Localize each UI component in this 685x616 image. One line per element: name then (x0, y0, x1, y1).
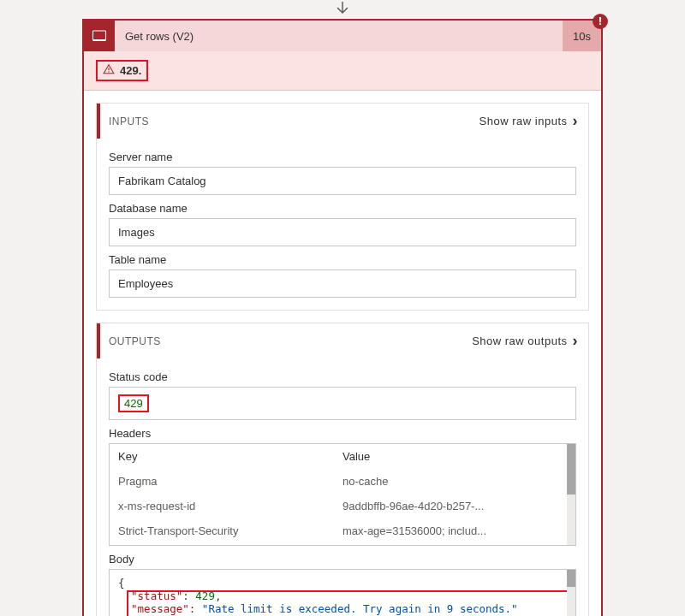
flow-connector-arrow (82, 0, 603, 19)
chevron-right-icon: › (573, 332, 579, 350)
svg-rect-1 (93, 40, 106, 42)
status-code-label: Status code (109, 370, 576, 383)
vertical-scrollbar[interactable] (567, 444, 575, 545)
headers-key-col: Key (118, 450, 342, 463)
error-badge-icon: ! (593, 14, 608, 29)
chevron-right-icon: › (573, 112, 579, 130)
show-raw-inputs-link[interactable]: Show raw inputs › (480, 112, 578, 130)
table-header-row: Key Value (110, 444, 575, 469)
inputs-label: INPUTS (109, 116, 149, 127)
headers-table[interactable]: Key Value Pragmano-cache x-ms-request-id… (109, 443, 576, 546)
headers-value-col: Value (342, 450, 567, 463)
table-row: Pragmano-cache (110, 469, 575, 494)
vertical-scrollbar[interactable] (567, 570, 575, 616)
action-title: Get rows (V2) (115, 21, 563, 51)
outputs-label: OUTPUTS (109, 335, 161, 347)
table-name-value[interactable]: Employees (109, 270, 576, 298)
svg-rect-3 (108, 71, 109, 72)
error-code: 429. (120, 64, 141, 77)
warning-icon (103, 63, 115, 78)
database-name-label: Database name (109, 202, 576, 215)
show-raw-outputs-link[interactable]: Show raw outputs › (472, 332, 578, 350)
table-name-label: Table name (109, 253, 576, 266)
sql-icon (84, 21, 115, 51)
svg-rect-0 (93, 31, 106, 40)
error-banner: 429. (84, 51, 601, 91)
status-code-field[interactable]: 429 (109, 387, 576, 420)
body-label: Body (109, 553, 576, 566)
table-row: Strict-Transport-Securitymax-age=3153600… (110, 518, 575, 543)
inputs-section: INPUTS Show raw inputs › Server name Fab… (96, 103, 589, 311)
action-card: ! Get rows (V2) 10s 429. INPUTS Show r (82, 19, 603, 616)
database-name-value[interactable]: Images (109, 218, 576, 246)
outputs-section: OUTPUTS Show raw outputs › Status code 4… (96, 323, 589, 616)
table-row: x-ms-request-id9addbffb-96ae-4d20-b257-.… (110, 494, 575, 518)
svg-rect-2 (108, 68, 109, 70)
body-json[interactable]: { "status": 429, "message": "Rate limit … (109, 569, 576, 616)
server-name-value[interactable]: Fabrikam Catalog (109, 167, 576, 195)
status-code-value: 429 (118, 394, 149, 412)
action-header[interactable]: Get rows (V2) 10s (84, 21, 601, 51)
server-name-label: Server name (109, 151, 576, 163)
headers-label: Headers (109, 427, 576, 440)
